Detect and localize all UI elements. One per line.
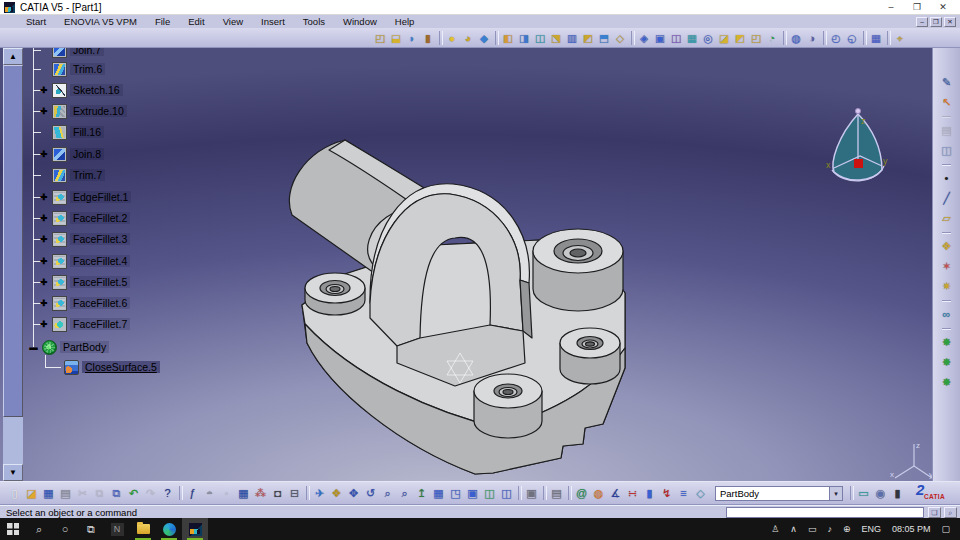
tree-item-icon[interactable]: [52, 168, 67, 183]
boolean-add-icon[interactable]: ✸: [939, 354, 954, 370]
print-icon[interactable]: ▤: [58, 485, 73, 501]
chamfer-feature-icon[interactable]: ✷: [939, 278, 954, 294]
rotate-icon[interactable]: ↺: [363, 485, 378, 501]
ruler-icon[interactable]: ▭: [856, 485, 871, 501]
tree-expander[interactable]: ✚: [38, 85, 49, 95]
energy-icon[interactable]: ↯: [659, 485, 674, 501]
maximize-button[interactable]: ❐: [910, 2, 924, 12]
close-surface-icon[interactable]: ◇: [693, 485, 708, 501]
tree-item-label[interactable]: Extrude.10: [70, 105, 127, 117]
power-input-field[interactable]: [726, 507, 924, 518]
edge-icon[interactable]: [156, 518, 182, 540]
graphic-properties-icon[interactable]: ◍: [789, 30, 803, 46]
menu-edit[interactable]: Edit: [179, 16, 213, 27]
redo-icon[interactable]: ↷: [143, 485, 158, 501]
language-indicator[interactable]: ENG: [857, 524, 885, 534]
quick-print-icon[interactable]: ▤: [549, 485, 564, 501]
undo-icon[interactable]: ↶: [126, 485, 141, 501]
task-view-icon[interactable]: ⧉: [78, 518, 104, 540]
tree-item-icon[interactable]: [52, 62, 67, 77]
tree-item-label[interactable]: CloseSurface.5: [82, 361, 160, 373]
material-icon[interactable]: ▮: [890, 485, 905, 501]
copy-icon[interactable]: ⧉: [92, 485, 107, 501]
menu-enovia[interactable]: ENOVIA V5 VPM: [55, 16, 146, 27]
browser-icon[interactable]: ◍: [591, 485, 606, 501]
scroll-up-icon[interactable]: ▲: [3, 48, 23, 65]
split-icon[interactable]: ◩: [581, 30, 595, 46]
curve-smooth-icon[interactable]: ◫: [533, 30, 547, 46]
translate-icon[interactable]: ◪: [717, 30, 731, 46]
scrollbar-thumb[interactable]: [3, 65, 23, 417]
formula-icon[interactable]: ƒ: [185, 485, 200, 501]
tree-expander[interactable]: ▬: [28, 342, 39, 352]
hide-show-icon[interactable]: ◦: [219, 485, 234, 501]
tree-item-label[interactable]: Trim.6: [70, 63, 105, 75]
fit-all-icon[interactable]: ❖: [329, 485, 344, 501]
menu-start[interactable]: Start: [0, 16, 55, 27]
new-icon[interactable]: ▯: [7, 485, 22, 501]
swap-space-icon[interactable]: ◫: [499, 485, 514, 501]
point-icon[interactable]: •: [939, 170, 954, 186]
offset-surface-icon[interactable]: ⬓: [389, 30, 403, 46]
tree-item-label[interactable]: Fill.16: [70, 126, 104, 138]
people-icon[interactable]: ♙: [767, 524, 783, 534]
speaker-icon[interactable]: ♪: [823, 524, 836, 534]
tree-item-label[interactable]: FaceFillet.7: [70, 318, 130, 330]
tree-item-label[interactable]: EdgeFillet.1: [70, 191, 131, 203]
lock-icon[interactable]: ◘: [270, 485, 285, 501]
transform-icon[interactable]: ▦: [685, 30, 699, 46]
trim-icon[interactable]: ⬒: [597, 30, 611, 46]
zoom-out-icon[interactable]: ⌕: [397, 485, 412, 501]
search-icon[interactable]: ⌕: [26, 518, 52, 540]
rotate-surface-icon[interactable]: ◎: [701, 30, 715, 46]
cut-icon[interactable]: ✂: [75, 485, 90, 501]
menu-file[interactable]: File: [146, 16, 179, 27]
file-explorer-icon[interactable]: [130, 518, 156, 540]
clock[interactable]: 08:05 PM: [888, 524, 935, 534]
mdi-minimize-button[interactable]: –: [916, 17, 928, 27]
part-model[interactable]: [285, 128, 655, 481]
options-icon[interactable]: ⊟: [287, 485, 302, 501]
nc-machine-icon[interactable]: ◉: [873, 485, 888, 501]
menu-tools[interactable]: Tools: [294, 16, 334, 27]
fly-mode-icon[interactable]: ✈: [312, 485, 327, 501]
tree-item-label[interactable]: PartBody: [60, 341, 109, 353]
tree-expander[interactable]: ✚: [38, 234, 49, 244]
tree-item-icon[interactable]: [52, 296, 67, 311]
mass-properties-icon[interactable]: ▮: [642, 485, 657, 501]
product-structure-icon[interactable]: ⁂: [253, 485, 268, 501]
tree-item-label[interactable]: FaceFillet.6: [70, 297, 130, 309]
constraints-icon[interactable]: ∞: [939, 306, 954, 322]
comment-icon[interactable]: ◓: [202, 485, 217, 501]
tree-item-label[interactable]: FaceFillet.3: [70, 233, 130, 245]
mdi-restore-button[interactable]: ❐: [930, 17, 942, 27]
sweep-icon[interactable]: ◗: [405, 30, 419, 46]
save-icon[interactable]: ▦: [41, 485, 56, 501]
insert-body-icon[interactable]: ✸: [939, 334, 954, 350]
tree-item-icon[interactable]: [52, 83, 67, 98]
tree-expander[interactable]: ✚: [38, 149, 49, 159]
tree-expander[interactable]: ✚: [38, 319, 49, 329]
disassemble-icon[interactable]: ▥: [565, 30, 579, 46]
tree-item-label[interactable]: Trim.7: [70, 169, 105, 181]
swap-visible-icon[interactable]: ◵: [845, 30, 859, 46]
helix-icon[interactable]: ◆: [477, 30, 491, 46]
mdi-close-button[interactable]: ✕: [944, 17, 956, 27]
catia-task-icon[interactable]: [182, 518, 208, 540]
measure-between-icon[interactable]: ∡: [608, 485, 623, 501]
power-input-icon[interactable]: ⌕: [944, 507, 957, 518]
pad-feature-icon[interactable]: ❖: [939, 238, 954, 254]
join-icon[interactable]: ◧: [501, 30, 515, 46]
menu-insert[interactable]: Insert: [252, 16, 294, 27]
tree-item-icon[interactable]: [52, 211, 67, 226]
shading-mode-icon[interactable]: ▣: [465, 485, 480, 501]
recenter-icon[interactable]: ⌖: [893, 30, 907, 46]
painter-icon[interactable]: ◑: [805, 30, 819, 46]
tree-item-label[interactable]: FaceFillet.2: [70, 212, 130, 224]
tree-item-icon[interactable]: [52, 275, 67, 290]
action-center-icon[interactable]: ▢: [937, 524, 954, 534]
tree-expander[interactable]: ✚: [38, 213, 49, 223]
iso-view-icon[interactable]: ◳: [448, 485, 463, 501]
views-icon[interactable]: ▤: [939, 122, 954, 138]
network-icon[interactable]: ⊕: [839, 524, 855, 534]
